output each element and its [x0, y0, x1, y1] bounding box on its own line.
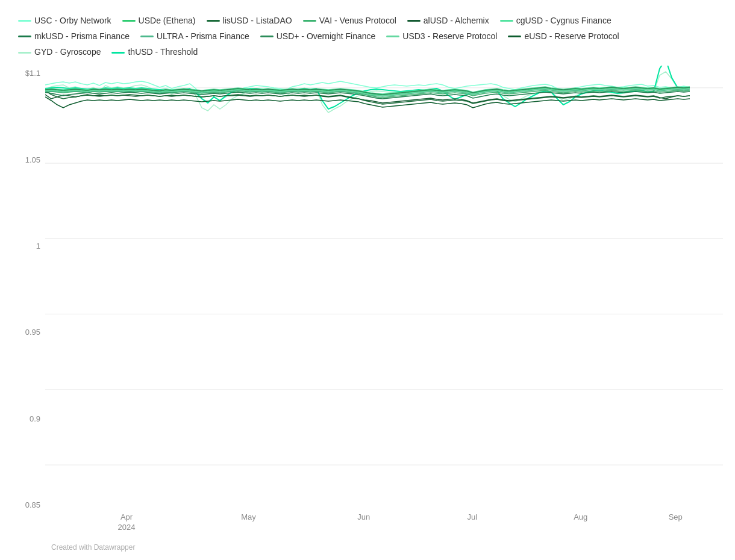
y-axis-label: 0.9: [12, 414, 45, 423]
legend-label: USDe (Ethena): [139, 14, 196, 28]
legend-label: alUSD - Alchemix: [424, 14, 489, 28]
legend-color: [407, 20, 421, 22]
chart-inner: Apr2024MayJunJulAugSep: [45, 66, 723, 534]
legend-label: mkUSD - Prisma Finance: [34, 30, 130, 44]
legend-color: [386, 36, 399, 37]
legend-color: [508, 36, 521, 37]
legend-label: cgUSD - Cygnus Finance: [516, 14, 611, 28]
legend-color: [18, 36, 31, 37]
legend-label: eUSD - Reserve Protocol: [524, 30, 619, 44]
y-axis-label: 1: [12, 241, 45, 250]
legend-label: GYD - Gyroscope: [34, 45, 101, 60]
legend-label: lisUSD - ListaDAO: [223, 14, 292, 28]
legend-item: mkUSD - Prisma Finance: [18, 30, 130, 44]
y-axis-label: 1.05: [12, 155, 45, 164]
legend-color: [260, 36, 274, 37]
x-axis: Apr2024MayJunJulAugSep: [45, 509, 723, 534]
legend-color: [18, 52, 31, 54]
legend-color: [111, 52, 125, 54]
y-axis-label: $1.1: [12, 69, 45, 78]
chart-container: USC - Orby NetworkUSDe (Ethena)lisUSD - …: [0, 0, 735, 560]
legend-label: USD+ - Overnight Finance: [277, 30, 376, 44]
legend-color: [140, 36, 154, 37]
y-axis-label: 0.85: [12, 500, 45, 509]
legend-label: USC - Orby Network: [34, 14, 111, 28]
legend-item: thUSD - Threshold: [111, 45, 198, 60]
legend-color: [207, 20, 220, 22]
legend-label: thUSD - Threshold: [128, 45, 198, 60]
legend-item: GYD - Gyroscope: [18, 45, 101, 60]
legend-item: lisUSD - ListaDAO: [207, 14, 292, 28]
footer-text: Created with Datawrapper: [51, 543, 135, 552]
svg-area: [45, 66, 723, 509]
legend-label: USD3 - Reserve Protocol: [402, 30, 497, 44]
legend-color: [500, 20, 513, 22]
legend-item: ULTRA - Prisma Finance: [140, 30, 249, 44]
legend-item: VAI - Venus Protocol: [303, 14, 396, 28]
y-axis: $1.11.0510.950.90.85: [12, 66, 45, 534]
legend-item: alUSD - Alchemix: [407, 14, 489, 28]
legend-label: VAI - Venus Protocol: [319, 14, 396, 28]
legend-item: USC - Orby Network: [18, 14, 111, 28]
x-axis-label: Jul: [467, 512, 477, 523]
legend-label: ULTRA - Prisma Finance: [157, 30, 249, 44]
y-axis-label: 0.95: [12, 328, 45, 337]
legend-item: USDe (Ethena): [122, 14, 196, 28]
x-axis-label: Sep: [669, 512, 683, 523]
x-axis-label: Aug: [574, 512, 587, 523]
legend-item: USD+ - Overnight Finance: [260, 30, 376, 44]
chart-footer: Created with Datawrapper: [12, 540, 723, 554]
legend-color: [303, 20, 316, 22]
x-axis-label: May: [241, 512, 256, 523]
legend-item: eUSD - Reserve Protocol: [508, 30, 619, 44]
legend-item: cgUSD - Cygnus Finance: [500, 14, 611, 28]
x-axis-label: Apr2024: [118, 512, 136, 533]
chart-legend: USC - Orby NetworkUSDe (Ethena)lisUSD - …: [12, 12, 723, 60]
chart-area: $1.11.0510.950.90.85: [12, 66, 723, 540]
legend-color: [18, 20, 31, 22]
x-axis-label: Jun: [357, 512, 370, 523]
legend-item: USD3 - Reserve Protocol: [386, 30, 497, 44]
legend-color: [122, 20, 136, 22]
